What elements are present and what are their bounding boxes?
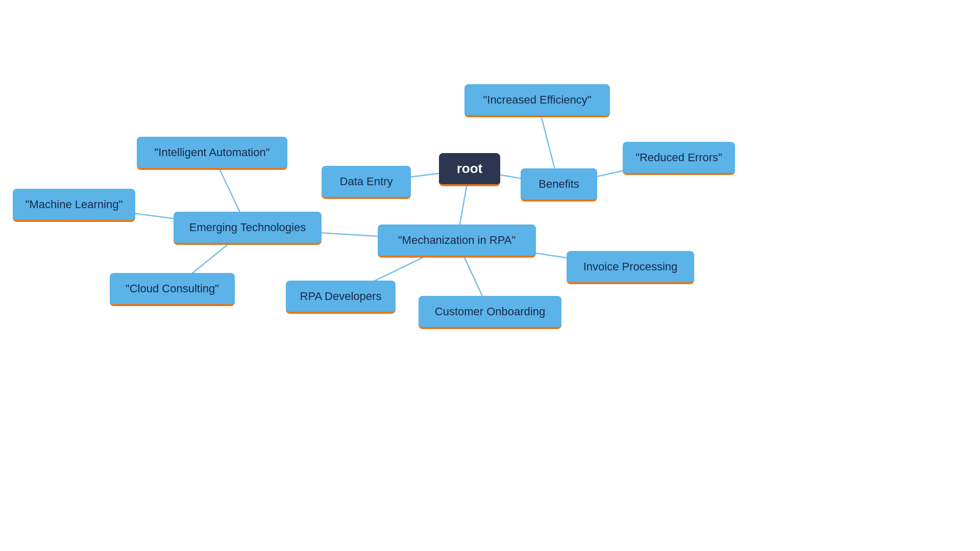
- node-invoiceprocessing[interactable]: Invoice Processing: [567, 251, 694, 284]
- mind-map-canvas: root"Mechanization in RPA"Emerging Techn…: [0, 0, 980, 551]
- node-rpadevelopers[interactable]: RPA Developers: [286, 281, 396, 314]
- node-benefits[interactable]: Benefits: [521, 168, 597, 202]
- node-cloudconsulting[interactable]: "Cloud Consulting": [110, 273, 235, 306]
- node-dataentry[interactable]: Data Entry: [322, 166, 411, 199]
- node-increasedefficiency[interactable]: "Increased Efficiency": [464, 84, 610, 117]
- node-machinelearning[interactable]: "Machine Learning": [13, 189, 135, 222]
- node-root[interactable]: root: [439, 153, 500, 186]
- node-customeronboarding[interactable]: Customer Onboarding: [419, 296, 561, 329]
- node-intelligent[interactable]: "Intelligent Automation": [137, 137, 287, 170]
- node-reducederrors[interactable]: "Reduced Errors": [623, 142, 735, 175]
- node-mechanization[interactable]: "Mechanization in RPA": [378, 224, 536, 258]
- node-emerging[interactable]: Emerging Technologies: [174, 212, 322, 245]
